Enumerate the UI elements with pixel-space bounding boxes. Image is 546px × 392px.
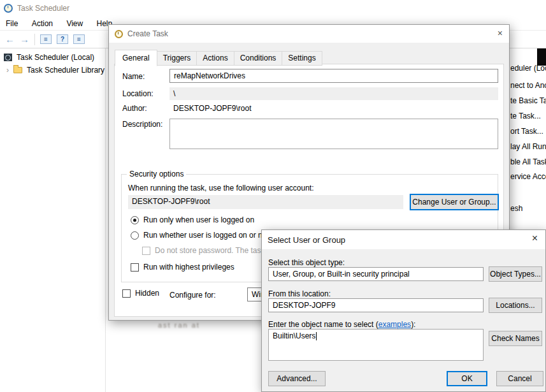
- checkbox-icon[interactable]: [122, 289, 131, 298]
- advanced-button[interactable]: Advanced...: [268, 371, 326, 386]
- hidden-label: Hidden: [135, 289, 159, 298]
- console-tree-icon[interactable]: ≡: [40, 34, 52, 44]
- radio-run-logged-on[interactable]: Run only when user is logged on: [131, 215, 254, 224]
- select-user-title: Select User or Group: [268, 235, 345, 245]
- help-icon[interactable]: ?: [57, 34, 68, 44]
- name-input[interactable]: reMapNetworkDrives: [169, 69, 498, 83]
- object-types-button[interactable]: Object Types...: [489, 266, 542, 282]
- cancel-button[interactable]: Cancel: [496, 371, 543, 386]
- menu-action[interactable]: Action: [26, 17, 59, 31]
- folder-icon: [13, 67, 22, 73]
- checkbox-hidden[interactable]: Hidden: [122, 289, 159, 298]
- location-label: Location:: [122, 89, 154, 98]
- actions-pane-item-fragment[interactable]: esh: [510, 204, 522, 213]
- create-task-close-button[interactable]: ×: [498, 28, 503, 38]
- create-task-titlebar: Create Task: [109, 25, 509, 43]
- object-name-label-suffix: ):: [411, 320, 415, 329]
- author-value: DESKTOP-JOPF9\root: [173, 104, 251, 113]
- tree-item-task-scheduler-local[interactable]: Task Scheduler (Local): [4, 53, 94, 62]
- actions-pane-item-fragment[interactable]: ervice Acco: [510, 172, 546, 181]
- checkbox-icon[interactable]: [131, 263, 139, 272]
- text-caret: [316, 332, 317, 340]
- tab-conditions[interactable]: Conditions: [234, 51, 283, 66]
- actions-pane-item-fragment[interactable]: ort Task...: [510, 127, 543, 136]
- menu-view[interactable]: View: [61, 17, 89, 31]
- select-user-group-dialog: Select User or Group × Select this objec…: [261, 229, 546, 392]
- main-window-title: Task Scheduler: [17, 4, 69, 13]
- actions-pane-item-fragment[interactable]: te Task...: [510, 112, 541, 120]
- checkbox-no-password: Do not store password. The task: [142, 246, 265, 255]
- panel-icon[interactable]: ≡: [73, 34, 85, 44]
- location-value: \: [169, 87, 498, 100]
- tree-item-label: Task Scheduler Library: [27, 66, 104, 75]
- actions-pane-item-fragment[interactable]: lay All Runn: [510, 142, 546, 151]
- tab-actions[interactable]: Actions: [196, 51, 234, 66]
- checkbox-disabled-icon: [142, 247, 150, 255]
- back-arrow-icon[interactable]: ←: [5, 34, 15, 44]
- actions-pane-item-fragment[interactable]: ble All Tasks: [510, 157, 546, 166]
- menu-file[interactable]: File: [0, 17, 24, 31]
- description-label: Description:: [122, 120, 162, 129]
- tab-settings[interactable]: Settings: [282, 51, 322, 66]
- configure-for-label: Configure for:: [169, 291, 216, 300]
- examples-link[interactable]: examples: [378, 320, 411, 329]
- computer-icon: [4, 54, 12, 61]
- account-value: DESKTOP-JOPF9\root: [128, 195, 403, 209]
- select-user-titlebar: Select User or Group: [262, 230, 545, 249]
- description-input[interactable]: [169, 119, 498, 149]
- task-scheduler-app-icon: [4, 4, 13, 13]
- radio-icon[interactable]: [131, 231, 139, 240]
- main-titlebar: Task Scheduler: [0, 0, 546, 17]
- create-task-tab-strip: General Triggers Actions Conditions Sett…: [115, 50, 322, 66]
- create-task-icon: [115, 30, 123, 38]
- name-label: Name:: [122, 72, 145, 81]
- tree-item-task-scheduler-library[interactable]: › Task Scheduler Library: [6, 66, 104, 75]
- checkbox-label: Run with highest privileges: [143, 263, 234, 272]
- checkbox-highest-privileges[interactable]: Run with highest privileges: [131, 263, 234, 272]
- checkbox-label: Do not store password. The task: [155, 246, 265, 255]
- actions-pane-item-fragment[interactable]: te Basic Ta: [510, 96, 546, 105]
- tab-general[interactable]: General: [115, 50, 157, 66]
- radio-label: Run only when user is logged on: [143, 215, 254, 224]
- author-label: Author:: [122, 104, 147, 113]
- radio-label: Run whether user is logged on or no: [143, 231, 266, 240]
- object-name-label: Enter the object name to select (example…: [268, 320, 415, 329]
- tab-triggers[interactable]: Triggers: [157, 51, 198, 66]
- chevron-right-icon[interactable]: ›: [6, 66, 9, 75]
- change-user-button[interactable]: Change User or Group...: [410, 194, 499, 210]
- check-names-button[interactable]: Check Names: [489, 331, 542, 346]
- object-name-input[interactable]: Builtin\Users: [268, 329, 484, 361]
- tree-item-label: Task Scheduler (Local): [17, 53, 94, 62]
- tree-panel-divider: [105, 48, 106, 392]
- radio-run-whether[interactable]: Run whether user is logged on or no: [131, 231, 266, 240]
- from-location-value: DESKTOP-JOPF9: [268, 298, 484, 312]
- security-options-legend: Security options: [127, 170, 186, 178]
- object-type-label: Select this object type:: [268, 258, 345, 267]
- account-hint-text: When running the task, use the following…: [128, 184, 314, 192]
- actions-pane-item-fragment[interactable]: nect to Anc: [510, 81, 546, 90]
- select-user-close-button[interactable]: ×: [532, 233, 538, 243]
- actions-pane-icon: [537, 48, 546, 66]
- actions-pane-header-fragment[interactable]: eduler (Loc: [510, 64, 546, 73]
- forward-arrow-icon[interactable]: →: [20, 34, 29, 44]
- object-name-value: Builtin\Users: [273, 331, 315, 340]
- create-task-title: Create Task: [127, 29, 168, 38]
- object-type-value: User, Group, or Built-in security princi…: [268, 267, 484, 281]
- toolbar-separator: [34, 34, 35, 45]
- background-text-fragment: ast ran at: [158, 321, 200, 329]
- locations-button[interactable]: Locations...: [489, 298, 542, 313]
- ok-button[interactable]: OK: [447, 371, 487, 386]
- from-location-label: From this location:: [268, 289, 331, 298]
- radio-selected-icon[interactable]: [131, 216, 139, 224]
- object-name-label-prefix: Enter the object name to select (: [268, 320, 378, 329]
